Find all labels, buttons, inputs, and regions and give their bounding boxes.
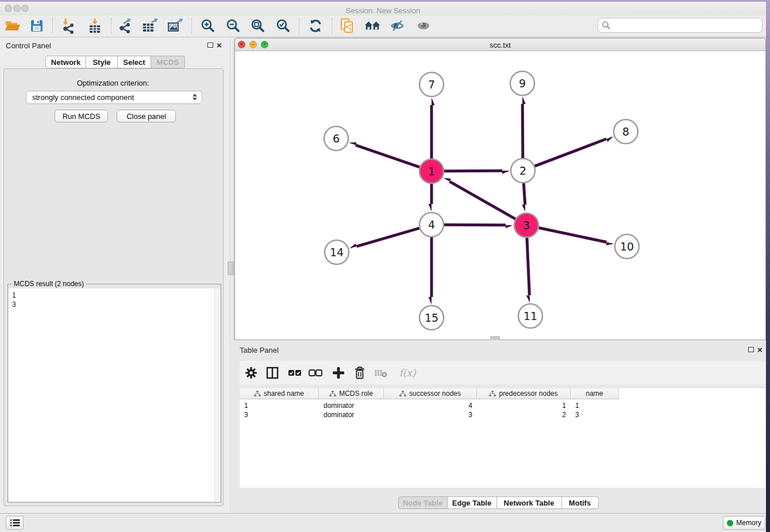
table-cell[interactable]: dominator xyxy=(319,410,384,419)
column-header-MCDS-role[interactable]: MCDS role xyxy=(319,388,384,399)
search-icon xyxy=(602,21,611,30)
tab-select[interactable]: Select xyxy=(118,56,151,68)
graph-edge-1-6[interactable] xyxy=(356,145,419,167)
graph-edge-2-9[interactable] xyxy=(522,104,523,158)
table-cell[interactable]: 4 xyxy=(384,401,477,410)
graph-edge-3-10[interactable] xyxy=(539,228,607,242)
graph-edge-1-2[interactable] xyxy=(444,171,502,171)
show-hidden-icon[interactable] xyxy=(415,17,432,34)
search-field[interactable] xyxy=(598,18,763,33)
table-cell[interactable]: 3 xyxy=(384,410,477,419)
memory-button[interactable]: Memory xyxy=(723,516,765,530)
column-header-predecessor-nodes[interactable]: predecessor nodes xyxy=(477,388,571,399)
graph-node-6[interactable]: 6 xyxy=(324,126,348,151)
application-window: Session: New Session xyxy=(0,0,770,532)
graph-edge-3-11[interactable] xyxy=(527,238,529,295)
tab-style[interactable]: Style xyxy=(86,56,118,68)
graph-edge-4-14[interactable] xyxy=(357,228,419,246)
tab-network[interactable]: Network xyxy=(45,56,86,68)
table-cell[interactable]: 3 xyxy=(571,410,619,419)
select-all-icon[interactable] xyxy=(286,364,303,381)
main-titlebar[interactable]: Session: New Session xyxy=(0,2,766,16)
graph-node-2[interactable]: 2 xyxy=(511,159,535,183)
close-panel-icon[interactable]: × xyxy=(217,42,222,49)
graph-node-7[interactable]: 7 xyxy=(419,72,444,97)
memory-label: Memory xyxy=(736,519,761,527)
task-history-button[interactable] xyxy=(6,516,24,530)
add-row-icon[interactable] xyxy=(330,364,347,381)
table-float-icon[interactable] xyxy=(748,347,754,352)
import-table-icon[interactable] xyxy=(86,17,103,34)
graph-edge-2-8[interactable] xyxy=(535,139,607,166)
graph-node-11[interactable]: 11 xyxy=(518,304,542,328)
export-image-icon[interactable] xyxy=(167,17,184,34)
import-network-icon[interactable] xyxy=(60,17,77,34)
desktop-wallpaper-right xyxy=(766,0,770,532)
zoom-fit-icon[interactable] xyxy=(249,17,267,34)
graph-edge-2-3[interactable] xyxy=(523,183,525,205)
result-scrollbar[interactable] xyxy=(214,288,220,502)
float-panel-icon[interactable] xyxy=(207,43,213,48)
control-panel-tabs: Network Style Select MCDS xyxy=(45,56,185,68)
save-session-icon[interactable] xyxy=(28,17,45,34)
delete-row-icon[interactable] xyxy=(351,364,368,381)
hide-selected-icon[interactable] xyxy=(389,17,406,34)
table-cell[interactable]: 2 xyxy=(477,410,571,419)
tab-node-table[interactable]: Node Table xyxy=(398,496,448,509)
clone-network-icon[interactable] xyxy=(338,17,356,34)
graph-node-15[interactable]: 15 xyxy=(419,306,444,330)
table-cell[interactable]: 1 xyxy=(571,401,619,410)
graph-edge-3-1[interactable] xyxy=(449,182,515,219)
graph-node-3[interactable]: 3 xyxy=(514,213,538,237)
table-options-icon[interactable] xyxy=(242,364,260,381)
show-columns-icon[interactable] xyxy=(264,364,281,381)
svg-text:1: 1 xyxy=(428,165,435,178)
network-window-titlebar[interactable]: × – + scc.txt xyxy=(235,38,765,51)
criterion-dropdown[interactable]: strongly connected component xyxy=(26,91,202,104)
graph-node-14[interactable]: 14 xyxy=(325,240,349,264)
search-input[interactable] xyxy=(611,21,762,30)
table-row[interactable]: 3dominator323 xyxy=(240,410,619,419)
network-graph-canvas[interactable]: 7968124314101511 xyxy=(235,51,765,340)
svg-text:15: 15 xyxy=(425,311,438,324)
tab-network-table[interactable]: Network Table xyxy=(497,496,562,509)
network-window-title: scc.txt xyxy=(235,41,765,49)
panel-divider-grip[interactable] xyxy=(228,261,234,275)
graph-node-10[interactable]: 10 xyxy=(615,234,639,259)
graph-node-9[interactable]: 9 xyxy=(510,71,534,95)
open-session-icon[interactable] xyxy=(4,17,21,34)
table-close-icon[interactable]: × xyxy=(757,346,763,353)
close-panel-button[interactable]: Close panel xyxy=(117,110,176,122)
graph-node-4[interactable]: 4 xyxy=(419,213,444,237)
optimization-criterion-label: Optimization criterion: xyxy=(3,79,222,87)
zoom-out-icon[interactable] xyxy=(225,17,242,34)
apply-layout-icon[interactable] xyxy=(307,17,324,34)
export-network-icon[interactable] xyxy=(117,17,134,34)
deselect-all-icon[interactable] xyxy=(307,364,324,381)
tab-motifs[interactable]: Motifs xyxy=(562,496,599,509)
zoom-in-icon[interactable] xyxy=(199,17,217,34)
table-row[interactable]: 1dominator411 xyxy=(240,401,619,410)
graph-node-1[interactable]: 1 xyxy=(419,159,444,183)
table-cell[interactable]: dominator xyxy=(319,401,384,410)
node-table[interactable]: shared nameMCDS rolesuccessor nodesprede… xyxy=(240,388,765,488)
memory-status-icon xyxy=(727,520,733,526)
tab-edge-table[interactable]: Edge Table xyxy=(448,496,497,509)
run-mcds-button[interactable]: Run MCDS xyxy=(55,110,108,122)
column-header-successor-nodes[interactable]: successor nodes xyxy=(384,388,477,399)
tab-mcds[interactable]: MCDS xyxy=(151,56,185,68)
zoom-selected-icon[interactable] xyxy=(275,17,292,34)
column-header-shared-name[interactable]: shared name xyxy=(240,388,319,399)
column-header-label: MCDS role xyxy=(339,390,373,398)
svg-text:11: 11 xyxy=(523,310,537,322)
mcds-result-text[interactable]: 1 3 xyxy=(9,288,220,502)
column-header-name[interactable]: name xyxy=(571,388,619,399)
table-cell[interactable]: 1 xyxy=(477,401,571,410)
export-table-icon[interactable] xyxy=(141,17,159,34)
graph-node-8[interactable]: 8 xyxy=(614,119,638,144)
table-cell[interactable]: 1 xyxy=(240,401,319,410)
show-all-networks-icon[interactable] xyxy=(364,17,381,34)
table-cell[interactable]: 3 xyxy=(240,410,319,419)
network-view-window[interactable]: × – + scc.txt 7968124314101511 xyxy=(234,38,766,340)
graph-edge-4-3[interactable] xyxy=(444,225,506,225)
